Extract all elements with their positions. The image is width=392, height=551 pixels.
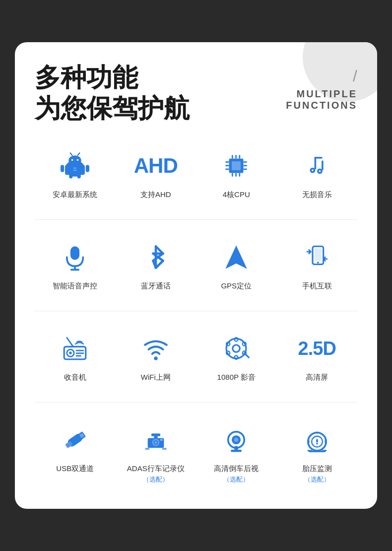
- svg-rect-12: [69, 174, 72, 179]
- tire-icon: [300, 422, 334, 457]
- svg-rect-78: [235, 446, 238, 449]
- feature-music: 无损音乐: [277, 148, 358, 200]
- svg-rect-37: [70, 247, 79, 260]
- slash-icon: /: [286, 67, 357, 85]
- title-english: / MULTIPLE FUNCTIONS: [286, 62, 357, 111]
- feature-wifi: WiFi上网: [116, 331, 196, 382]
- feature-gps-label: GPS定位: [221, 280, 252, 291]
- svg-point-77: [234, 438, 239, 442]
- feature-adas-label: ADAS行车记录仪 （选配）: [127, 463, 185, 484]
- feature-rear-cam: 高清倒车后视 （选配）: [196, 422, 277, 484]
- hd-screen-icon: 2.5D: [300, 331, 334, 366]
- svg-rect-68: [160, 439, 163, 441]
- svg-point-36: [319, 170, 321, 172]
- svg-rect-23: [244, 169, 247, 170]
- svg-point-5: [77, 159, 79, 161]
- title-english-line2: FUNCTIONS: [286, 100, 357, 111]
- features-grid: 安卓最新系统 AHD 支持AHD: [35, 148, 357, 484]
- svg-rect-39: [70, 269, 79, 271]
- svg-rect-84: [325, 440, 327, 443]
- svg-rect-71: [145, 448, 149, 450]
- android-icon: [58, 148, 92, 183]
- title-english-line1: MULTIPLE: [286, 88, 357, 100]
- feature-video: 1080P 影音: [196, 331, 277, 382]
- bluetooth-icon: [138, 240, 173, 275]
- feature-rear-cam-label: 高清倒车后视 （选配）: [214, 463, 259, 484]
- svg-rect-24: [232, 155, 233, 159]
- svg-point-4: [71, 159, 73, 161]
- feature-cpu: 4核CPU: [196, 148, 277, 200]
- navigation-icon: [219, 240, 254, 275]
- phone-connect-icon: [300, 240, 334, 275]
- svg-rect-15: [73, 170, 77, 171]
- feature-cpu-label: 4核CPU: [223, 189, 250, 200]
- feature-phone-label: 手机互联: [302, 280, 332, 291]
- svg-rect-17: [232, 161, 241, 170]
- svg-point-52: [233, 345, 240, 352]
- twopointfived-text: 2.5D: [298, 338, 336, 359]
- ahd-text: AHD: [134, 154, 178, 178]
- svg-rect-19: [226, 165, 229, 166]
- svg-rect-85: [315, 432, 319, 434]
- feature-ahd-label: 支持AHD: [140, 189, 171, 200]
- svg-rect-13: [77, 174, 81, 179]
- svg-rect-46: [76, 350, 84, 351]
- svg-point-33: [312, 170, 314, 172]
- svg-rect-25: [235, 155, 237, 159]
- feature-voice-label: 智能语音声控: [53, 280, 97, 291]
- svg-point-53: [235, 338, 238, 342]
- radio-icon: [58, 331, 92, 366]
- feature-phone: 手机互联: [277, 240, 358, 291]
- svg-point-45: [69, 352, 71, 354]
- feature-tpms-label: 胎压监测 （选配）: [302, 463, 332, 484]
- svg-rect-81: [316, 439, 318, 442]
- feature-adas: ADAS行车记录仪 （选配）: [116, 422, 196, 484]
- film-icon: [219, 331, 254, 366]
- feature-hd-screen-label: 高清屏: [306, 372, 328, 382]
- svg-rect-14: [73, 168, 77, 169]
- feature-video-label: 1080P 影音: [217, 372, 256, 382]
- feature-android-label: 安卓最新系统: [53, 189, 97, 200]
- svg-rect-41: [314, 248, 322, 261]
- feature-gps: GPS定位: [196, 240, 277, 291]
- svg-line-49: [67, 338, 73, 347]
- title-line2: 为您保驾护航: [35, 94, 190, 123]
- feature-ahd: AHD 支持AHD: [116, 148, 196, 200]
- svg-rect-34: [322, 160, 324, 170]
- header: 多种功能 为您保驾护航 / MULTIPLE FUNCTIONS: [35, 62, 357, 124]
- feature-music-label: 无损音乐: [302, 189, 332, 200]
- svg-point-56: [235, 356, 238, 359]
- svg-rect-26: [239, 155, 241, 159]
- feature-voice: 智能语音声控: [35, 240, 116, 291]
- ahd-icon: AHD: [138, 148, 173, 183]
- svg-rect-21: [244, 161, 247, 163]
- title-line1: 多种功能: [35, 63, 138, 92]
- chip-icon: [219, 148, 254, 183]
- feature-usb-label: USB双通道: [56, 463, 94, 474]
- feature-radio: 收音机: [35, 331, 116, 382]
- svg-point-9: [79, 153, 80, 154]
- svg-rect-29: [239, 173, 241, 177]
- svg-rect-30: [314, 157, 316, 169]
- svg-rect-83: [308, 440, 310, 443]
- svg-point-42: [317, 262, 319, 264]
- svg-rect-10: [61, 165, 64, 172]
- feature-hd-screen: 2.5D 高清屏: [277, 331, 358, 382]
- svg-point-82: [316, 443, 318, 445]
- music-icon: [300, 148, 334, 183]
- svg-rect-11: [86, 165, 89, 172]
- svg-point-50: [154, 357, 157, 360]
- svg-rect-72: [162, 448, 166, 450]
- svg-rect-31: [314, 157, 322, 159]
- svg-rect-22: [244, 165, 247, 166]
- svg-rect-74: [231, 450, 242, 452]
- row-separator-1: [35, 219, 357, 220]
- svg-point-3: [69, 155, 81, 165]
- feature-bluetooth: 蓝牙通话: [116, 240, 196, 291]
- svg-rect-47: [76, 352, 84, 354]
- svg-rect-20: [226, 169, 229, 170]
- usb-icon: [58, 422, 92, 457]
- svg-point-67: [154, 441, 157, 444]
- row-separator-2: [35, 311, 357, 311]
- feature-usb: USB双通道: [35, 422, 116, 484]
